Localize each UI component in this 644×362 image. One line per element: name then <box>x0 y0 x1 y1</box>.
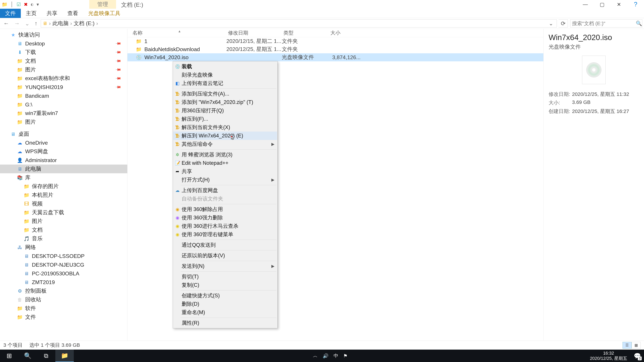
tab-home[interactable]: 主页 <box>21 9 42 18</box>
ctx-create-shortcut[interactable]: 创建快捷方式(S) <box>173 292 277 300</box>
ctx-360-trojan-scan[interactable]: ◉使用 360进行木马云查杀 <box>173 222 277 230</box>
file-row[interactable]: 📁1 2020/12/15, 星期二 1... 文件夹 <box>128 37 544 45</box>
ctx-youdao[interactable]: ◧上传到有道云笔记 <box>173 79 277 87</box>
ctx-extract-named[interactable]: 🗜解压到 Win7x64_2020\ (E) <box>173 132 277 140</box>
file-row[interactable]: 📁BaiduNetdiskDownload 2020/12/25, 星期五 1.… <box>128 45 544 53</box>
column-headers[interactable]: 名称▲ 修改日期 类型 大小 <box>128 29 544 37</box>
nav-control-panel[interactable]: ⚙控制面板 <box>0 287 127 295</box>
explorer-taskbar-button[interactable]: 📁 <box>55 350 74 362</box>
search-icon[interactable]: 🔍 <box>636 20 642 26</box>
ctx-open-with[interactable]: 打开方式(H)▶ <box>173 176 277 184</box>
action-center-button[interactable]: 💬3 <box>630 350 644 362</box>
qat-dropdown-icon[interactable]: ▾ <box>36 2 39 7</box>
help-button[interactable]: ? <box>627 0 644 9</box>
tray-chevron-icon[interactable]: ︿ <box>313 353 318 359</box>
ctx-bee-browser[interactable]: ✲用 蜂蜜浏览器 浏览(3) <box>173 150 277 159</box>
ctx-360-force-delete[interactable]: ◉使用 360强力删除 <box>173 214 277 222</box>
view-details-button[interactable]: ☰ <box>622 342 632 349</box>
nav-desktop[interactable]: 🖥Desktop📌 <box>0 39 127 48</box>
nav-pc-3[interactable]: 🖥PC-20190530OBLA <box>0 269 127 278</box>
tab-share[interactable]: 共享 <box>42 9 62 18</box>
nav-yunqishi[interactable]: 📁YUNQISHI2019📌 <box>0 83 127 91</box>
nav-pictures[interactable]: 📁图片📌 <box>0 65 127 74</box>
ctx-cut[interactable]: 剪切(T) <box>173 273 277 281</box>
back-button[interactable]: ← <box>3 20 9 27</box>
nav-recycle-bin[interactable]: 🗑回收站 <box>0 295 127 304</box>
nav-win7-reinstall[interactable]: 📁win7重装win7 <box>0 109 127 118</box>
col-date[interactable]: 修改日期 <box>226 29 282 36</box>
nav-libraries[interactable]: 📚库 <box>0 173 127 182</box>
view-icons-button[interactable]: ▦ <box>632 342 641 349</box>
breadcrumb[interactable]: 🖥 › 此电脑 › 文档 (E:) › ⌄ <box>41 19 557 27</box>
col-name[interactable]: 名称▲ <box>128 29 226 36</box>
nav-network[interactable]: 🖧网络 <box>0 243 127 252</box>
tab-disc-image-tools[interactable]: 光盘映像工具 <box>83 9 126 18</box>
taskbar-clock[interactable]: 16:32 2020/12/25, 星期五 <box>586 351 630 361</box>
search-button[interactable]: 🔍 <box>18 350 37 362</box>
ctx-rename[interactable]: 重命名(M) <box>173 308 277 317</box>
ctx-other-compress[interactable]: 🗜其他压缩命令▶ <box>173 140 277 148</box>
forward-button[interactable]: → <box>14 20 20 27</box>
context-menu[interactable]: 💿装载 刻录光盘映像 ◧上传到有道云笔记 🗜添加到压缩文件(A)... 🗜添加到… <box>173 61 278 328</box>
context-tab-manage[interactable]: 管理 <box>89 0 116 9</box>
nav-downloads[interactable]: ⬇下载📌 <box>0 48 127 57</box>
ctx-properties[interactable]: 属性(R) <box>173 319 277 327</box>
ctx-add-archive[interactable]: 🗜添加到压缩文件(A)... <box>173 90 277 98</box>
nav-local-photos[interactable]: 📁本机照片 <box>0 191 127 199</box>
qat-properties-icon[interactable]: ☑ <box>16 2 21 7</box>
qat-undo-icon[interactable]: ◐ <box>31 2 34 6</box>
crumb-drive[interactable]: 文档 (E:) <box>74 20 94 27</box>
qat-delete-icon[interactable]: ✖ <box>24 2 28 7</box>
recent-dropdown[interactable]: ⌄ <box>25 20 30 27</box>
nav-bandicam[interactable]: 📁Bandicam <box>0 91 127 100</box>
system-tray[interactable]: ︿ 🔊 中 ⚑ <box>311 353 349 359</box>
tab-file[interactable]: 文件 <box>0 9 21 18</box>
ctx-restore-versions[interactable]: 还原以前的版本(V) <box>173 251 277 260</box>
col-type[interactable]: 类型 <box>282 29 329 36</box>
ctx-copy[interactable]: 复制(C) <box>173 281 277 289</box>
nav-pc-1[interactable]: 🖥DESKTOP-LSSOEDP <box>0 252 127 260</box>
task-view-button[interactable]: ⧉ <box>37 350 55 362</box>
ctx-360-manage-menu[interactable]: ◉使用 360管理右键菜单 <box>173 230 277 239</box>
address-dropdown[interactable]: ⌄ <box>547 20 555 27</box>
security-icon[interactable]: ⚑ <box>343 353 348 359</box>
ctx-delete[interactable]: 删除(D) <box>173 300 277 308</box>
nav-wps[interactable]: ☁WPS网盘 <box>0 147 127 156</box>
ctx-share[interactable]: ➦共享 <box>173 167 277 176</box>
refresh-button[interactable]: ⟳ <box>558 19 568 27</box>
ctx-mount[interactable]: 💿装载 <box>173 62 277 71</box>
taskbar[interactable]: ⊞ 🔍 ⧉ 📁 ︿ 🔊 中 ⚑ 16:32 2020/12/25, 星期五 💬3 <box>0 350 644 362</box>
ctx-extract-here[interactable]: 🗜解压到当前文件夹(X) <box>173 123 277 132</box>
nav-pc-4[interactable]: 🖥ZMT2019 <box>0 278 127 287</box>
navigation-pane[interactable]: ★快速访问 🖥Desktop📌 ⬇下载📌 📁文档📌 📁图片📌 📁excel表格制… <box>0 29 128 341</box>
nav-this-pc[interactable]: 🖥此电脑 <box>0 165 127 173</box>
volume-icon[interactable]: 🔊 <box>323 353 328 359</box>
nav-g-drive[interactable]: 📁G:\ <box>0 100 127 109</box>
search-input[interactable] <box>572 21 636 26</box>
close-button[interactable]: ✕ <box>610 0 627 9</box>
nav-documents[interactable]: 📁文档📌 <box>0 57 127 65</box>
nav-excel-folder[interactable]: 📁excel表格制作求和📌 <box>0 74 127 83</box>
ctx-burn[interactable]: 刻录光盘映像 <box>173 71 277 79</box>
nav-software[interactable]: 📁软件 <box>0 304 127 313</box>
nav-onedrive[interactable]: ☁OneDrive <box>0 138 127 147</box>
nav-pictures-2[interactable]: 📁图片 <box>0 118 127 126</box>
nav-tyy-download[interactable]: 📁天翼云盘下载 <box>0 208 127 217</box>
search-box[interactable]: 🔍 <box>570 19 642 27</box>
col-size[interactable]: 大小 <box>329 29 367 36</box>
ctx-add-zip[interactable]: 🗜添加到 "Win7x64_2020.zip" (T) <box>173 98 277 106</box>
maximize-button[interactable]: ▢ <box>594 0 610 9</box>
up-button[interactable]: ↑ <box>34 20 38 27</box>
ctx-notepad-plus[interactable]: 📝Edit with Notepad++ <box>173 159 277 167</box>
nav-saved-pictures[interactable]: 📁保存的图片 <box>0 182 127 191</box>
minimize-button[interactable]: — <box>577 0 594 9</box>
nav-pc-2[interactable]: 🖥DESKTOP-NJEU3CG <box>0 260 127 269</box>
nav-pictures-3[interactable]: 📁图片 <box>0 217 127 226</box>
nav-videos[interactable]: 🎞视频 <box>0 199 127 208</box>
ctx-qq-send[interactable]: 通过QQ发送到 <box>173 241 277 249</box>
start-button[interactable]: ⊞ <box>0 350 18 362</box>
ctx-360-unlock[interactable]: ◉使用 360解除占用 <box>173 205 277 214</box>
ctx-baidu-upload[interactable]: ☁上传到百度网盘 <box>173 186 277 195</box>
tab-view[interactable]: 查看 <box>62 9 83 18</box>
nav-admin[interactable]: 👤Administrator <box>0 156 127 165</box>
